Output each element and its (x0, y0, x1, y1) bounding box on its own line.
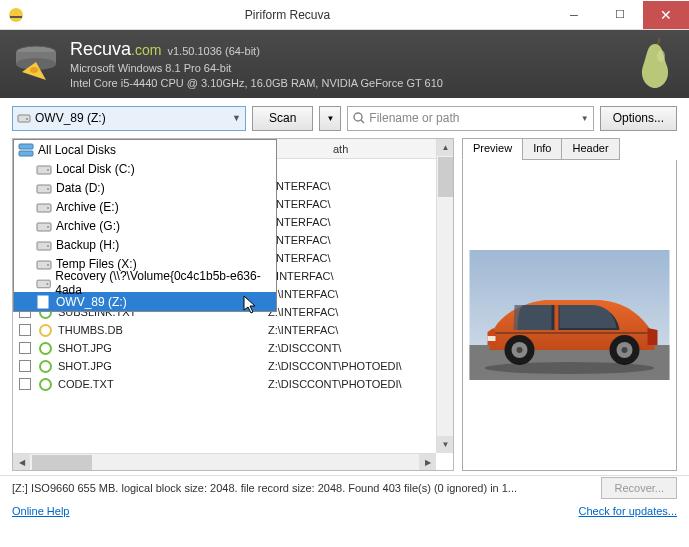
scroll-thumb[interactable] (32, 455, 92, 470)
status-dot (39, 378, 52, 391)
svg-point-6 (657, 50, 665, 62)
svg-rect-12 (19, 151, 33, 156)
scroll-thumb[interactable] (438, 157, 453, 197)
tab-preview[interactable]: Preview (462, 138, 523, 160)
online-help-link[interactable]: Online Help (12, 505, 69, 517)
file-path: Z:\INTERFAC\ (268, 324, 338, 336)
svg-point-9 (354, 113, 362, 121)
file-path: \INTERFAC\ (270, 234, 331, 246)
status-text: [Z:] ISO9660 655 MB. logical block size:… (12, 482, 517, 494)
file-name: THUMBS.DB (58, 324, 268, 336)
svg-rect-1 (10, 16, 22, 18)
dropdown-item[interactable]: Backup (H:) (14, 235, 276, 254)
maximize-button[interactable]: ☐ (597, 1, 643, 29)
brand-suffix: .com (131, 42, 161, 58)
file-path: \INTERFAC\ (270, 198, 331, 210)
svg-point-0 (9, 8, 23, 22)
svg-line-10 (361, 120, 364, 123)
file-path: Z:\INTERFAC\ (268, 288, 338, 300)
cursor-icon (243, 295, 259, 315)
file-path: Z:\DISCCONT\ (268, 342, 341, 354)
file-path: \INTERFAC\ (270, 216, 331, 228)
chevron-down-icon: ▼ (232, 113, 241, 123)
horizontal-scrollbar[interactable]: ◀ ▶ (13, 453, 436, 470)
svg-rect-32 (488, 336, 496, 341)
search-icon (352, 111, 366, 125)
app-icon (8, 7, 24, 23)
preview-image (467, 250, 672, 380)
file-path: \INTERFAC\ (270, 180, 331, 192)
scan-button[interactable]: Scan (252, 106, 313, 131)
dropdown-item[interactable]: Recovery (\\?\Volume{0c4c1b5b-e636-4ada (14, 273, 276, 292)
window-title: Piriform Recuva (24, 8, 551, 22)
file-path: Z:\INTERFAC\ (268, 306, 338, 318)
os-text: Microsoft Windows 8.1 Pro 64-bit (70, 61, 443, 75)
tab-header[interactable]: Header (561, 138, 619, 160)
piriform-pear-icon (633, 36, 677, 90)
path-column-header[interactable]: ath (333, 143, 348, 155)
file-name: SHOT.JPG (58, 342, 268, 354)
row-checkbox[interactable] (19, 360, 31, 372)
drive-selected-text: OWV_89 (Z:) (35, 111, 106, 125)
close-button[interactable]: ✕ (643, 1, 689, 29)
svg-rect-27 (38, 296, 48, 308)
hw-text: Intel Core i5-4440 CPU @ 3.10GHz, 16.0GB… (70, 76, 443, 90)
version-text: v1.50.1036 (64-bit) (168, 45, 260, 57)
table-row[interactable]: SHOT.JPGZ:\DISCCONT\PHOTOEDI\ (13, 357, 453, 375)
check-updates-link[interactable]: Check for updates... (579, 505, 677, 517)
svg-rect-7 (18, 115, 30, 122)
svg-point-24 (47, 264, 49, 266)
status-dot (39, 324, 52, 337)
row-checkbox[interactable] (19, 342, 31, 354)
minimize-button[interactable]: ─ (551, 1, 597, 29)
file-name: SHOT.JPG (58, 360, 268, 372)
svg-point-22 (47, 245, 49, 247)
drive-combobox[interactable]: OWV_89 (Z:) ▼ (12, 106, 246, 131)
scroll-left-arrow[interactable]: ◀ (13, 454, 30, 471)
svg-point-35 (517, 347, 523, 353)
options-button[interactable]: Options... (600, 106, 677, 131)
status-dot (39, 342, 52, 355)
scroll-up-arrow[interactable]: ▲ (437, 139, 454, 156)
svg-point-16 (47, 188, 49, 190)
scroll-down-arrow[interactable]: ▼ (437, 436, 454, 453)
table-row[interactable]: THUMBS.DBZ:\INTERFAC\ (13, 321, 453, 339)
scroll-right-arrow[interactable]: ▶ (419, 454, 436, 471)
file-path: Z:\DISCCONT\PHOTOEDI\ (268, 378, 402, 390)
dropdown-item[interactable]: Archive (G:) (14, 216, 276, 235)
file-path: :\INTERFAC\ (270, 270, 334, 282)
scan-dropdown-button[interactable]: ▼ (319, 106, 341, 131)
svg-rect-31 (492, 332, 652, 334)
file-path: \INTERFAC\ (270, 252, 331, 264)
brand-name: Recuva (70, 39, 131, 59)
dropdown-item[interactable]: Data (D:) (14, 178, 276, 197)
tab-info[interactable]: Info (522, 138, 562, 160)
recover-button[interactable]: Recover... (601, 477, 677, 499)
svg-rect-11 (19, 144, 33, 149)
search-input[interactable]: Filename or path ▼ (347, 106, 593, 131)
svg-point-26 (46, 283, 48, 285)
search-placeholder: Filename or path (369, 111, 459, 125)
svg-point-14 (47, 169, 49, 171)
svg-point-39 (485, 362, 655, 374)
table-row[interactable]: SHOT.JPGZ:\DISCCONT\ (13, 339, 453, 357)
row-checkbox[interactable] (19, 324, 31, 336)
svg-point-20 (47, 226, 49, 228)
file-name: CODE.TXT (58, 378, 268, 390)
table-row[interactable]: CODE.TXTZ:\DISCCONT\PHOTOEDI\ (13, 375, 453, 393)
svg-point-8 (26, 118, 28, 120)
app-header: Recuva.com v1.50.1036 (64-bit) Microsoft… (0, 30, 689, 98)
vertical-scrollbar[interactable]: ▲ ▼ (436, 139, 453, 453)
file-list-panel: ath \\INTERFAC\\INTERFAC\\INTERFAC\\INTE… (12, 138, 454, 471)
svg-point-18 (47, 207, 49, 209)
disk-icon (17, 111, 31, 125)
recuva-logo-icon (12, 40, 60, 88)
dropdown-item[interactable]: Local Disk (C:) (14, 159, 276, 178)
row-checkbox[interactable] (19, 378, 31, 390)
file-path: Z:\DISCCONT\PHOTOEDI\ (268, 360, 402, 372)
svg-rect-30 (555, 305, 559, 330)
dropdown-item[interactable]: Archive (E:) (14, 197, 276, 216)
svg-point-38 (622, 347, 628, 353)
dropdown-item-all-disks[interactable]: All Local Disks (14, 140, 276, 159)
svg-point-5 (30, 67, 38, 73)
